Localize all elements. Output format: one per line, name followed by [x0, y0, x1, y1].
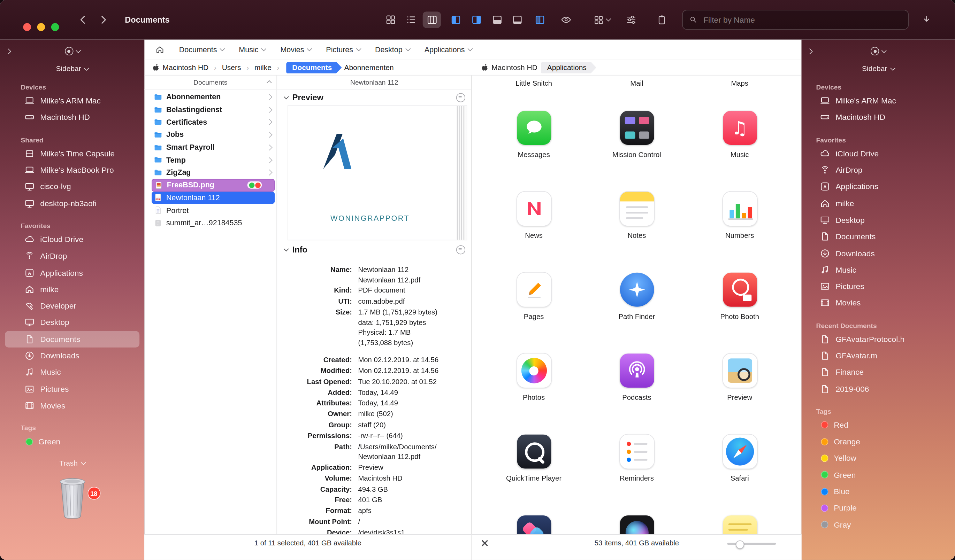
app-item[interactable]: Reminders [585, 435, 688, 487]
action-tools-icon[interactable] [481, 539, 488, 547]
preview-scroll[interactable]: Preview WONINGRAPPORT Info [277, 89, 471, 534]
app-item[interactable]: QuickTime Player [482, 435, 585, 487]
app-item[interactable]: Numbers [688, 192, 791, 244]
app-item[interactable]: Path Finder [585, 273, 688, 325]
column-view-button[interactable] [423, 11, 441, 28]
home-icon[interactable] [155, 45, 164, 54]
sidebar-item[interactable]: Desktop [806, 212, 950, 228]
app-item[interactable] [482, 515, 585, 534]
sidebar-item[interactable]: AApplications [806, 178, 950, 195]
file-row[interactable]: Belastingdienst [152, 103, 275, 116]
sidebar-item[interactable]: iCloud Drive [5, 231, 139, 248]
application-grid[interactable]: Little SnitchMailMaps Messages Mission C… [472, 76, 801, 535]
breadcrumb-item[interactable]: ›Applications [539, 62, 597, 73]
sidebar-item[interactable]: milke [806, 195, 950, 212]
section-menu-icon[interactable] [456, 245, 465, 254]
app-item[interactable]: Mission Control [585, 111, 688, 163]
file-row[interactable]: Temp [152, 154, 275, 166]
sidebar-item[interactable]: Movies [806, 295, 950, 311]
pathbar-folder[interactable]: Applications [424, 45, 472, 54]
sidebar-item[interactable]: AApplications [5, 264, 139, 281]
icon-view-button[interactable] [381, 11, 399, 28]
app-item[interactable]: Preview [688, 354, 791, 406]
filter-search-field[interactable] [682, 10, 909, 30]
split-left-pane-button[interactable] [446, 11, 465, 28]
download-button[interactable] [917, 11, 935, 28]
tag-item[interactable]: Purple [806, 500, 950, 516]
sidebar-item[interactable]: Downloads [806, 245, 950, 262]
sidebar-item[interactable]: Macintosh HD [806, 109, 950, 126]
search-input[interactable] [702, 15, 902, 25]
apple-icon[interactable] [481, 63, 489, 72]
sidebar-item[interactable]: desktop-nb3aofi [5, 195, 139, 212]
sidebar-item[interactable]: GFAvatar.m [806, 348, 950, 364]
tag-item[interactable]: Green [806, 466, 950, 484]
sidebar-item[interactable]: milke [5, 281, 139, 298]
breadcrumb-item[interactable]: ›Macintosh HD [490, 63, 539, 72]
app-item[interactable] [688, 515, 791, 534]
sidebar-item[interactable]: AirDrop [806, 162, 950, 179]
file-row[interactable]: Smart Payroll [152, 141, 275, 154]
sidebar-header[interactable]: Sidebar [0, 64, 144, 73]
view-options-button[interactable] [589, 11, 614, 28]
file-row[interactable]: Abonnementen [152, 90, 275, 103]
sidebar-item[interactable]: 2019-006 [806, 381, 950, 397]
volume-menu-button[interactable] [870, 47, 886, 55]
breadcrumb-item[interactable]: ›Macintosh HD [161, 63, 210, 72]
app-item[interactable]: ♫ Music [688, 111, 791, 163]
file-row[interactable]: PDF Newtonlaan 112 [152, 192, 275, 204]
sidebar-item[interactable]: Desktop [5, 314, 139, 331]
pathbar-folder[interactable]: Movies [280, 45, 311, 54]
sidebar-item[interactable]: iCloud Drive [806, 145, 950, 162]
apple-icon[interactable] [152, 63, 160, 72]
tag-item[interactable]: Yellow [806, 450, 950, 466]
back-button[interactable] [74, 11, 92, 28]
app-item[interactable]: Safari [688, 435, 791, 487]
section-menu-icon[interactable] [456, 93, 465, 102]
sidebar-item[interactable]: Developer [5, 297, 139, 314]
tag-item[interactable]: Blue [806, 483, 950, 500]
pathbar-folder[interactable]: Documents [179, 45, 224, 54]
sidebar-item[interactable]: Milke's ARM Mac [806, 93, 950, 109]
volume-menu-button[interactable] [64, 47, 80, 55]
sidebar-item[interactable]: AirDrop [5, 248, 139, 264]
sidebar-item[interactable]: Music [806, 262, 950, 278]
dual-pane-button[interactable] [531, 11, 549, 28]
trash-can[interactable]: 18 [53, 474, 92, 523]
split-right-pane-button[interactable] [467, 11, 485, 28]
sidebar-header[interactable]: Sidebar [802, 64, 955, 73]
preview-section-header[interactable]: Preview [277, 89, 471, 105]
bottom-bar-button[interactable] [508, 11, 526, 28]
slider-knob[interactable] [736, 540, 744, 549]
info-section-header[interactable]: Info [277, 242, 471, 257]
trash-header[interactable]: Trash [0, 459, 144, 467]
sidebar-item[interactable]: Milke's MacBook Pro [5, 162, 139, 179]
file-row[interactable]: Certificates [152, 116, 275, 128]
preview-eye-button[interactable] [557, 11, 575, 28]
app-item[interactable]: Photos [482, 354, 585, 406]
tag-item[interactable]: Orange [806, 433, 950, 450]
app-item[interactable]: Notes [585, 192, 688, 244]
sidebar-item[interactable]: Downloads [5, 348, 139, 364]
sidebar-item[interactable]: cisco-lvg [5, 178, 139, 195]
sidebar-expand-icon[interactable] [5, 48, 11, 54]
sidebar-item[interactable]: Pictures [806, 278, 950, 295]
sidebar-item[interactable]: GFAvatarProtocol.h [806, 331, 950, 348]
column-header[interactable]: Documents [144, 76, 276, 89]
file-row[interactable]: Jobs [152, 128, 275, 141]
sidebar-expand-icon[interactable] [807, 48, 813, 54]
breadcrumb-item[interactable]: ›Abonnementen [343, 63, 395, 72]
app-item[interactable]: Messages [482, 111, 585, 163]
sidebar-item[interactable]: Milke's ARM Mac [5, 93, 139, 109]
breadcrumb-item[interactable]: ›Documents [272, 62, 343, 73]
sidebar-item[interactable]: Movies [5, 397, 139, 414]
minimize-window-button[interactable] [37, 23, 45, 31]
pathbar-folder[interactable]: Desktop [375, 45, 410, 54]
icon-size-slider[interactable] [727, 543, 776, 545]
breadcrumb-item[interactable]: ›milke [242, 63, 272, 72]
bottom-pane-button[interactable] [488, 11, 506, 28]
list-view-button[interactable] [402, 11, 420, 28]
file-row[interactable]: Portret [152, 204, 275, 217]
app-item[interactable]: Photo Booth [688, 273, 791, 325]
app-item[interactable]: News [482, 192, 585, 244]
